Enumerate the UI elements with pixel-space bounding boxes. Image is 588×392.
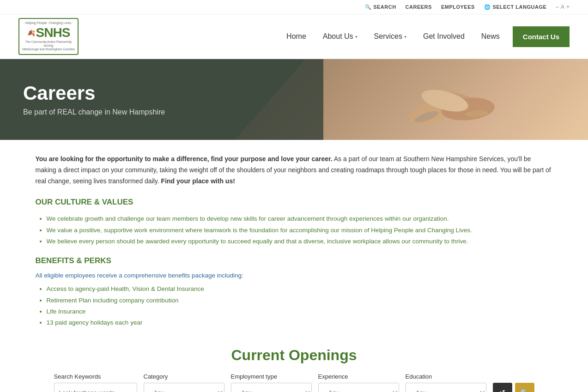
reset-icon: ↺ [499, 388, 505, 392]
top-bar: 🔍 SEARCH CAREERS EMPLOYEES 🌐 SELECT LANG… [0, 0, 588, 14]
current-openings-section: Current Openings Search Keywords Categor… [36, 338, 553, 392]
benefits-item: Access to agency-paid Health, Vision & D… [47, 283, 553, 295]
logo-sub-text: The Community Action Partnership serving… [21, 40, 76, 52]
search-button[interactable]: 🔍 [515, 383, 534, 392]
font-a: A [561, 4, 564, 10]
nav-services[interactable]: Services ▾ [366, 19, 415, 54]
education-select[interactable]: - Any - [406, 383, 486, 392]
education-filter-group: Education - Any - [406, 373, 486, 392]
font-plus[interactable]: + [566, 4, 570, 10]
hero-content: Careers Be part of REAL change in New Ha… [0, 83, 188, 116]
intro-bold: You are looking for the opportunity to m… [36, 155, 333, 163]
hero-section: Careers Be part of REAL change in New Ha… [0, 59, 588, 140]
culture-heading: OUR CULTURE & VALUES [36, 198, 553, 207]
intro-find-place: Find your place with us! [161, 177, 235, 185]
hero-title: Careers [23, 83, 165, 104]
search-buttons: ↺ 🔍 [493, 383, 534, 392]
openings-heading: Current Openings [36, 347, 553, 364]
careers-link[interactable]: CAREERS [406, 4, 432, 10]
culture-list: We celebrate growth and challenge our te… [36, 213, 553, 247]
globe-icon: 🌐 [484, 4, 491, 10]
keywords-filter-group: Search Keywords [54, 373, 137, 392]
employment-label: Employment type [231, 373, 312, 380]
education-label: Education [406, 373, 486, 380]
benefits-item: Life Insurance [47, 306, 553, 317]
chevron-down-icon: ▾ [404, 34, 406, 39]
keywords-input[interactable] [54, 383, 137, 392]
nav-about-us[interactable]: About Us ▾ [315, 19, 366, 54]
benefits-list: Access to agency-paid Health, Vision & D… [36, 283, 553, 328]
culture-item: We believe every person should be awarde… [47, 236, 553, 247]
employment-filter-group: Employment type - Any - [231, 373, 312, 392]
benefits-heading: BENEFITS & PERKS [36, 256, 553, 265]
benefits-intro: All eligible employees receive a compreh… [36, 272, 553, 279]
culture-item: We celebrate growth and challenge our te… [47, 213, 553, 224]
language-select[interactable]: 🌐 SELECT LANGUAGE [484, 4, 546, 10]
experience-select[interactable]: - Any - [318, 383, 399, 392]
logo[interactable]: Helping People. Changing Lives. 🍂 SNHS T… [18, 14, 79, 59]
benefits-item: 13 paid agency holidays each year [47, 317, 553, 328]
category-label: Category [144, 373, 224, 380]
intro-paragraph: You are looking for the opportunity to m… [36, 154, 553, 187]
search-filters: Search Keywords Category - Any - Employm… [36, 373, 553, 392]
font-size-controls: – A + [556, 4, 570, 10]
nav-news[interactable]: News [473, 19, 508, 54]
culture-item: We value a positive, supportive work env… [47, 225, 553, 236]
search-link[interactable]: 🔍 SEARCH [365, 4, 396, 10]
search-icon: 🔍 [365, 4, 372, 10]
nav-home[interactable]: Home [278, 19, 315, 54]
hero-image [334, 59, 565, 140]
employment-select[interactable]: - Any - [231, 383, 312, 392]
chevron-down-icon: ▾ [355, 34, 358, 39]
font-minus[interactable]: – [556, 4, 559, 10]
nav-contact-us[interactable]: Contact Us [513, 26, 570, 47]
experience-filter-group: Experience - Any - [318, 373, 399, 392]
reset-button[interactable]: ↺ [493, 383, 512, 392]
logo-snhs-text: SNHS [36, 25, 70, 40]
category-filter-group: Category - Any - [144, 373, 224, 392]
keywords-label: Search Keywords [54, 373, 137, 380]
employees-link[interactable]: EMPLOYEES [441, 4, 475, 10]
main-content: You are looking for the opportunity to m… [17, 140, 571, 392]
benefits-item: Retirement Plan including company contri… [47, 295, 553, 306]
nav-get-involved[interactable]: Get Involved [415, 19, 473, 54]
experience-label: Experience [318, 373, 399, 380]
hero-subtitle: Be part of REAL change in New Hampshire [23, 108, 165, 116]
category-select[interactable]: - Any - [144, 383, 224, 392]
main-navigation: Home About Us ▾ Services ▾ Get Involved … [278, 19, 570, 54]
search-icon: 🔍 [520, 388, 529, 392]
main-header: Helping People. Changing Lives. 🍂 SNHS T… [0, 14, 588, 59]
logo-box: Helping People. Changing Lives. 🍂 SNHS T… [18, 18, 79, 55]
